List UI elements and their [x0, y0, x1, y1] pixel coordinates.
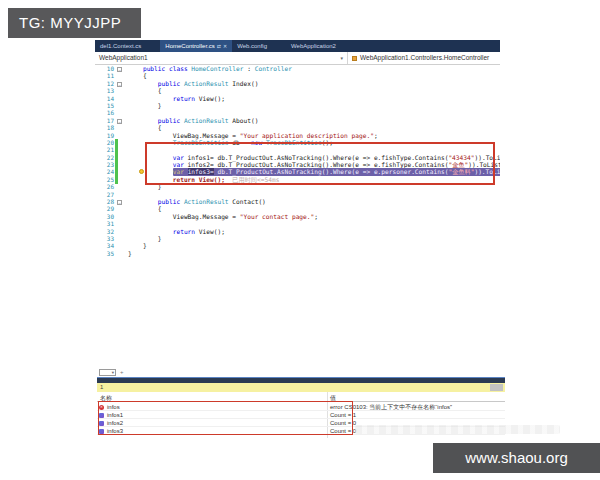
tab-webconfig[interactable]: Web.config: [232, 40, 272, 52]
code-line: 31: [95, 220, 500, 227]
editor-tab-bar: del1.Context.cs HomeController.cs ⇄ ✕ We…: [95, 40, 500, 52]
code-line: 30 ViewBag.Message = "Your contact page.…: [95, 213, 500, 220]
top-watermark: TG: MYYJJPP: [8, 8, 141, 38]
scrollbar-thumb[interactable]: [490, 384, 503, 391]
code-line: 27: [95, 191, 500, 198]
fold-toggle-icon[interactable]: –: [117, 82, 122, 87]
fold-toggle-icon[interactable]: –: [117, 119, 122, 124]
close-icon[interactable]: ✕: [223, 40, 227, 52]
navigation-bar: WebApplication1 ▾ WebApplication1.Contro…: [95, 52, 500, 65]
tab-model-context[interactable]: del1.Context.cs: [95, 40, 146, 52]
chevron-down-icon: ▾: [340, 52, 343, 64]
project-dropdown[interactable]: WebApplication1 ▾: [95, 52, 348, 64]
code-line: 29 {: [95, 205, 500, 212]
code-line: 16: [95, 109, 500, 116]
tab-spacer: [146, 40, 160, 52]
code-line: 35}: [95, 250, 500, 257]
watch-combobox[interactable]: ▾: [99, 369, 116, 376]
add-watch-icon[interactable]: +: [120, 369, 124, 376]
watch-annotation-box: [98, 401, 353, 435]
watch-toolbar: ▾ +: [97, 368, 505, 377]
class-icon: [352, 56, 357, 61]
code-line: 18 {: [95, 124, 500, 131]
tab-label: HomeController.cs: [165, 40, 214, 52]
code-line: 11 {: [95, 72, 500, 79]
faint-watermark: [355, 425, 560, 434]
tab-spacer: [272, 40, 286, 52]
code-line: 12– public ActionResult Index(): [95, 80, 500, 87]
code-line: 19 ViewBag.Message = "Your application d…: [95, 132, 500, 139]
code-line: 14 return View();: [95, 95, 500, 102]
tab-homecontroller[interactable]: HomeController.cs ⇄ ✕: [160, 40, 232, 52]
code-line: 32 return View();: [95, 228, 500, 235]
bottom-watermark: www.shaou.org: [433, 443, 600, 473]
code-annotation-box: [145, 142, 495, 185]
sync-icon[interactable]: ⇄: [217, 40, 221, 52]
project-dropdown-label: WebApplication1: [99, 54, 148, 61]
code-line: 33 }: [95, 235, 500, 242]
code-editor[interactable]: 10– public class HomeController : Contro…: [95, 65, 500, 265]
lightbulb-icon[interactable]: [139, 169, 144, 174]
tab-webapplication2[interactable]: WebApplication2: [286, 40, 341, 52]
type-dropdown[interactable]: WebApplication1.Controllers.HomeControll…: [348, 52, 500, 64]
code-line: 10– public class HomeController : Contro…: [95, 65, 500, 72]
code-line: 28– public ActionResult Contact(): [95, 198, 500, 205]
watch-input-row[interactable]: 1: [97, 383, 505, 392]
code-line: 15 }: [95, 102, 500, 109]
code-line: 34 }: [95, 242, 500, 249]
code-line: 17– public ActionResult About(): [95, 117, 500, 124]
code-line: 13 {: [95, 87, 500, 94]
type-dropdown-label: WebApplication1.Controllers.HomeControll…: [360, 52, 489, 64]
fold-toggle-icon[interactable]: –: [117, 67, 122, 72]
watch-window: ▾ + 1 名称 值 ✕infoserror CS0103: 当前上下文中不存在…: [97, 368, 505, 439]
fold-toggle-icon[interactable]: –: [117, 200, 122, 205]
